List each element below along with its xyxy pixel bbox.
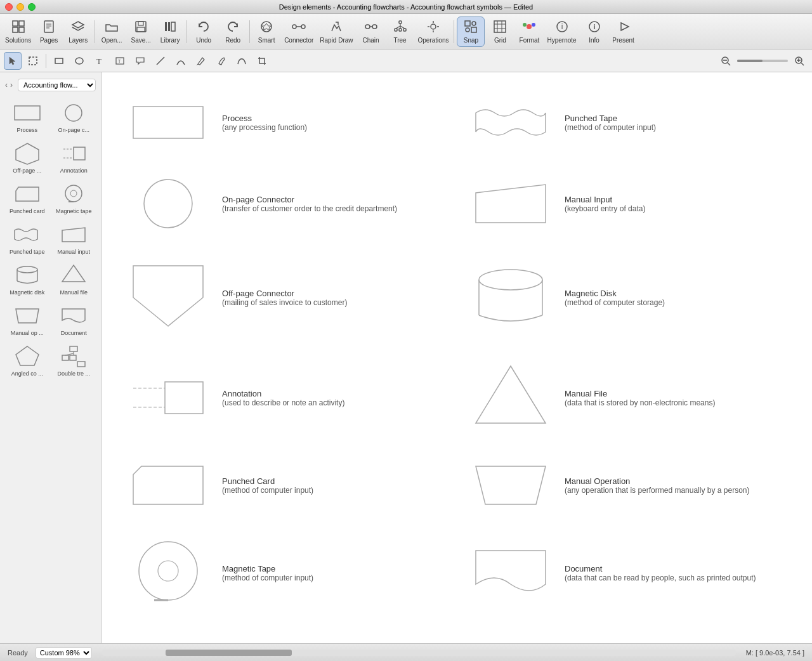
shape-name-manualinput: Manual Input	[565, 195, 787, 204]
sidebar-item-angledco[interactable]: Angled co ...	[5, 341, 49, 379]
toolbar-snap[interactable]: Snap	[457, 16, 485, 47]
toolbar-present[interactable]: Present	[610, 16, 638, 47]
crop-tool[interactable]	[253, 52, 271, 70]
solutions-label: Solutions	[5, 37, 31, 44]
svg-rect-25	[399, 29, 402, 31]
bezier-tool[interactable]	[233, 52, 251, 70]
sidebar-prev[interactable]: ‹	[5, 81, 8, 89]
svg-rect-85	[70, 346, 77, 351]
svg-point-76	[70, 190, 77, 197]
svg-rect-72	[74, 147, 85, 160]
scrollbar-horizontal[interactable]	[102, 650, 736, 656]
sidebar-item-document[interactable]: Document	[52, 301, 96, 339]
sidebar-item-annotation[interactable]: Annotation	[52, 138, 96, 176]
shape-name-magneticdisk: Magnetic Disk	[565, 289, 787, 298]
sidebar-item-magneticdisk[interactable]: Magnetic disk	[5, 260, 49, 298]
sidebar-item-punchedtape[interactable]: Punched tape	[5, 219, 49, 258]
svg-text:T: T	[118, 59, 121, 63]
zoom-slider[interactable]	[737, 60, 788, 62]
svg-point-45	[527, 24, 532, 29]
svg-marker-82	[62, 265, 85, 282]
toolbar-undo[interactable]: Undo	[190, 16, 218, 47]
svg-point-92	[144, 180, 192, 228]
sidebar: ‹ › Accounting flow... Process On-page c…	[0, 72, 102, 643]
svg-rect-14	[171, 22, 175, 31]
toolbar-grid[interactable]: Grid	[486, 16, 514, 47]
sidebar-item-punchedcard[interactable]: Punched card	[5, 179, 49, 217]
toolbar-hypernote[interactable]: i Hypernote	[544, 16, 579, 47]
close-button[interactable]	[5, 3, 13, 11]
maximize-button[interactable]	[28, 3, 36, 11]
callout-tool[interactable]	[131, 52, 149, 70]
toolbar-format[interactable]: Format	[515, 16, 543, 47]
svg-point-55	[75, 58, 83, 64]
sidebar-item-offpage[interactable]: Off-page ...	[5, 138, 49, 176]
arc-tool[interactable]	[172, 52, 190, 70]
sidebar-item-process[interactable]: Process	[5, 98, 49, 136]
zoom-in-btn[interactable]	[790, 52, 808, 70]
svg-marker-93	[476, 185, 546, 223]
svg-marker-70	[16, 143, 39, 164]
toolbar-info[interactable]: i Info	[580, 16, 608, 47]
zoom-out-btn[interactable]	[717, 52, 735, 70]
toolbar-library[interactable]: Library	[156, 16, 184, 47]
sidebar-item-onpage[interactable]: On-page c...	[52, 98, 96, 136]
sidebar-grid: Process On-page c... Off-page ...	[3, 95, 98, 382]
sidebar-item-magnetictape[interactable]: Magnetic tape	[52, 179, 96, 217]
sidebar-item-manualinput[interactable]: Manual input	[52, 219, 96, 258]
pen-tool[interactable]	[192, 52, 210, 70]
sidebar-dropdown[interactable]: Accounting flow...	[18, 79, 96, 91]
textbox-tool[interactable]: T	[111, 52, 129, 70]
canvas[interactable]: Process (any processing function) Punche…	[102, 72, 812, 643]
rect-tool[interactable]	[50, 52, 68, 70]
toolbar-pages[interactable]: Pages	[35, 16, 63, 47]
toolbar-redo[interactable]: Redo	[219, 16, 247, 47]
zoom-select[interactable]: Custom 98%	[36, 647, 92, 658]
shape-entry-document: Document (data that can be read by peopl…	[457, 523, 799, 623]
svg-point-18	[301, 25, 305, 29]
svg-rect-26	[403, 29, 406, 31]
shape-name-process: Process	[222, 114, 444, 123]
format-label: Format	[520, 37, 540, 44]
sidebar-item-doubletree[interactable]: Double tre ...	[52, 341, 96, 379]
select-tool[interactable]	[4, 52, 22, 70]
sidebar-next[interactable]: ›	[10, 81, 13, 89]
svg-point-79	[17, 266, 37, 273]
toolbar-smart[interactable]: Smart	[252, 16, 280, 47]
shape-desc-manualinput: (keyboard entry of data)	[565, 204, 787, 213]
ellipse-tool[interactable]	[70, 52, 88, 70]
toolbar-rapiddraw[interactable]: Rapid Draw	[317, 16, 355, 47]
toolbar-open[interactable]: Open...	[98, 16, 126, 47]
brush-tool[interactable]	[213, 52, 230, 70]
svg-marker-83	[16, 309, 39, 323]
select-area-tool[interactable]	[24, 52, 42, 70]
sidebar-item-manualfile[interactable]: Manual file	[52, 260, 96, 298]
toolbar-save[interactable]: Save...	[127, 16, 155, 47]
toolbar-tree[interactable]: Tree	[386, 16, 414, 47]
svg-line-60	[197, 64, 198, 65]
undo-label: Undo	[196, 37, 211, 44]
shape-desc-manualfile: (data that is stored by non-electronic m…	[565, 398, 787, 407]
toolbar-layers[interactable]: Layers	[64, 16, 92, 47]
line-tool[interactable]	[152, 52, 169, 70]
sidebar-item-manualop[interactable]: Manual op ...	[5, 301, 49, 339]
minimize-button[interactable]	[16, 3, 24, 11]
info-label: Info	[589, 37, 599, 44]
toolbar-solutions[interactable]: Solutions	[3, 16, 34, 47]
svg-line-59	[157, 57, 164, 65]
pages-label: Pages	[40, 37, 58, 44]
toolbar-connector[interactable]: Connector	[282, 16, 316, 47]
svg-rect-24	[395, 29, 397, 31]
toolbar-operations[interactable]: Operations	[416, 16, 452, 47]
shape-name-magnetictape: Magnetic Tape	[222, 564, 444, 573]
main-area: ‹ › Accounting flow... Process On-page c…	[0, 72, 812, 643]
shape-desc-onpage: (transfer of customer order to the credi…	[222, 204, 444, 213]
toolbar-chain[interactable]: Chain	[357, 16, 385, 47]
text-tool[interactable]: T	[91, 52, 108, 70]
connector-label: Connector	[284, 37, 313, 44]
svg-marker-103	[476, 466, 546, 504]
svg-rect-44	[494, 21, 506, 32]
svg-point-95	[479, 270, 542, 290]
svg-marker-78	[62, 228, 85, 242]
svg-rect-2	[13, 27, 18, 32]
